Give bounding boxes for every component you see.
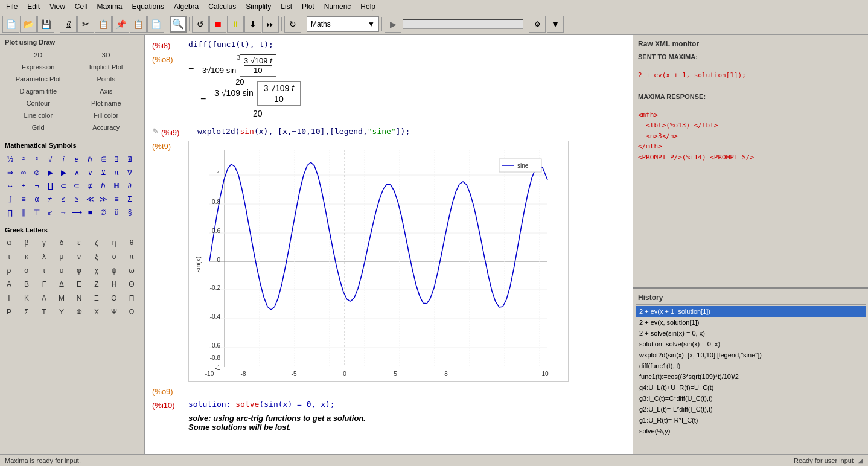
symbol-parallel[interactable]: ∥ xyxy=(17,206,30,219)
symbol-hbar2[interactable]: ℏ xyxy=(97,179,110,193)
dropdown-arrow-button[interactable]: ▼ xyxy=(547,16,564,33)
menu-simplify[interactable]: Simplify xyxy=(241,1,276,12)
menu-algebra[interactable]: Algebra xyxy=(169,1,203,12)
settings-button[interactable]: ⚙ xyxy=(529,16,546,33)
greek-Gamma[interactable]: Γ xyxy=(37,278,51,291)
greek-Omega[interactable]: Ω xyxy=(125,305,138,319)
greek-epsilon[interactable]: ε xyxy=(72,236,86,249)
symbol-e[interactable]: e xyxy=(70,153,83,166)
greek-Sigma[interactable]: Σ xyxy=(20,305,33,319)
greek-Iota[interactable]: Ι xyxy=(2,292,16,305)
symbol-and[interactable]: ∧ xyxy=(70,166,83,179)
symbol-exists[interactable]: ∃ xyxy=(110,153,123,166)
symbol-gg[interactable]: ≫ xyxy=(97,193,110,206)
greek-Omicron[interactable]: Ο xyxy=(107,292,121,305)
greek-tau[interactable]: τ xyxy=(37,264,51,277)
sidebar-item-grid[interactable]: Grid xyxy=(5,122,72,133)
symbol-i[interactable]: i xyxy=(57,153,70,166)
greek-psi[interactable]: ψ xyxy=(107,264,121,277)
history-item-4[interactable]: wxplot2d(sin(x), [x,-10,10],[legend,"sin… xyxy=(636,350,866,360)
greek-Psi[interactable]: Ψ xyxy=(107,305,121,319)
symbol-emptyset[interactable]: ∅ xyxy=(97,206,110,219)
greek-Epsilon[interactable]: Ε xyxy=(72,278,86,291)
greek-Beta[interactable]: Β xyxy=(20,278,33,291)
history-item-5[interactable]: diff(func1(t), t) xyxy=(636,360,866,371)
sidebar-item-contour[interactable]: Contour xyxy=(5,98,72,109)
symbol-sum[interactable]: Σ xyxy=(123,193,136,206)
symbol-neg[interactable]: ¬ xyxy=(30,179,43,193)
menu-numeric[interactable]: Numeric xyxy=(319,1,356,12)
greek-Alpha[interactable]: Α xyxy=(2,278,16,291)
paste2-button[interactable]: 📄 xyxy=(147,16,164,33)
symbol-notexists[interactable]: ∄ xyxy=(123,153,136,166)
down-button[interactable]: ⬇ xyxy=(244,16,261,33)
copy2-button[interactable]: 📋 xyxy=(130,16,147,33)
main-content[interactable]: (%i8) diff(func1(t), t); (%o8) − 3√109 s… xyxy=(145,35,633,454)
greek-omicron[interactable]: ο xyxy=(107,250,121,263)
symbol-alpha[interactable]: α xyxy=(30,193,43,206)
symbol-square[interactable]: ■ xyxy=(83,206,97,219)
symbol-nabla[interactable]: ∇ xyxy=(123,166,136,179)
greek-omega[interactable]: ω xyxy=(125,264,138,277)
history-item-3[interactable]: solution: solve(sin(x) = 0, x) xyxy=(636,339,866,350)
stop-button[interactable]: ⏹ xyxy=(209,16,226,33)
symbol-infinity[interactable]: ∞ xyxy=(17,166,30,179)
greek-Nu[interactable]: Ν xyxy=(72,292,86,305)
symbol-section[interactable]: § xyxy=(123,206,136,219)
greek-nu[interactable]: ν xyxy=(72,250,86,263)
menu-list[interactable]: List xyxy=(276,1,297,12)
symbol-pm[interactable]: ± xyxy=(17,179,30,193)
sidebar-item-implicit[interactable]: Implicit Plot xyxy=(73,62,140,72)
history-item-0[interactable]: 2 + ev(x + 1, solution[1]) xyxy=(636,306,866,317)
menu-edit[interactable]: Edit xyxy=(22,1,45,12)
new-button[interactable]: 📄 xyxy=(2,16,19,33)
symbol-integral[interactable]: ∫ xyxy=(4,193,17,206)
symbol-swarrow[interactable]: ↙ xyxy=(43,206,57,219)
symbol-equiv2[interactable]: ≡ xyxy=(110,193,123,206)
greek-Delta[interactable]: Δ xyxy=(55,278,68,291)
search-button[interactable]: 🔍 xyxy=(170,16,187,33)
cell-i10-content[interactable]: solution: solve(sin(x) = 0, x); xyxy=(188,400,625,410)
symbol-subset[interactable]: ⊂ xyxy=(57,179,70,193)
history-item-10[interactable]: g1:U_R(t)=-R*I_C(t) xyxy=(636,415,866,426)
greek-gamma[interactable]: γ xyxy=(37,236,51,249)
history-item-6[interactable]: func1(t):=cos((3*sqrt(109)*t)/10)/2 xyxy=(636,371,866,382)
greek-Tau[interactable]: Τ xyxy=(37,305,51,319)
symbol-umlaut-u[interactable]: ü xyxy=(110,206,123,219)
refresh-button[interactable]: ↻ xyxy=(284,16,301,33)
symbol-leftrightarrow[interactable]: ↔ xyxy=(4,179,17,193)
menu-view[interactable]: View xyxy=(45,1,70,12)
sidebar-item-points[interactable]: Points xyxy=(73,74,140,85)
history-item-1[interactable]: 2 + ev(x, solution[1]) xyxy=(636,317,866,328)
sidebar-item-3d[interactable]: 3D xyxy=(73,49,140,60)
greek-delta[interactable]: δ xyxy=(55,236,68,249)
symbol-cube[interactable]: ³ xyxy=(30,153,43,166)
symbol-pibar[interactable]: π xyxy=(110,166,123,179)
greek-Theta[interactable]: Θ xyxy=(125,278,138,291)
open-button[interactable]: 📂 xyxy=(20,16,37,33)
symbol-partial[interactable]: ∂ xyxy=(123,179,136,193)
greek-Rho[interactable]: Ρ xyxy=(2,305,16,319)
undo-button[interactable]: ↺ xyxy=(192,16,209,33)
symbol-half[interactable]: ½ xyxy=(4,153,17,166)
sidebar-item-2d[interactable]: 2D xyxy=(5,49,72,60)
greek-Mu[interactable]: Μ xyxy=(55,292,68,305)
symbol-longrightarrow[interactable]: ⟶ xyxy=(70,206,83,219)
pause-button[interactable]: ⏸ xyxy=(227,16,244,33)
symbol-coproduct[interactable]: ∐ xyxy=(43,179,57,193)
cell-i8-content[interactable]: diff(func1(t), t); xyxy=(188,40,625,50)
symbol-vbar[interactable]: ⊻ xyxy=(97,166,110,179)
greek-pi[interactable]: π xyxy=(125,250,138,263)
history-item-9[interactable]: g2:U_L(t)=-L*diff(I_C(t),t) xyxy=(636,404,866,415)
symbol-subseteq[interactable]: ⊆ xyxy=(70,179,83,193)
greek-Xi[interactable]: Ξ xyxy=(90,292,103,305)
cut-button[interactable]: ✂ xyxy=(77,16,94,33)
sidebar-item-plot-name[interactable]: Plot name xyxy=(73,98,140,109)
symbol-hbar[interactable]: ℏ xyxy=(83,153,97,166)
skip-button[interactable]: ⏭ xyxy=(262,16,279,33)
greek-rho[interactable]: ρ xyxy=(2,264,16,277)
print-button[interactable]: 🖨 xyxy=(60,16,77,33)
symbol-geq[interactable]: ≥ xyxy=(70,193,83,206)
greek-Chi[interactable]: Χ xyxy=(90,305,103,319)
menu-file[interactable]: File xyxy=(1,1,22,12)
